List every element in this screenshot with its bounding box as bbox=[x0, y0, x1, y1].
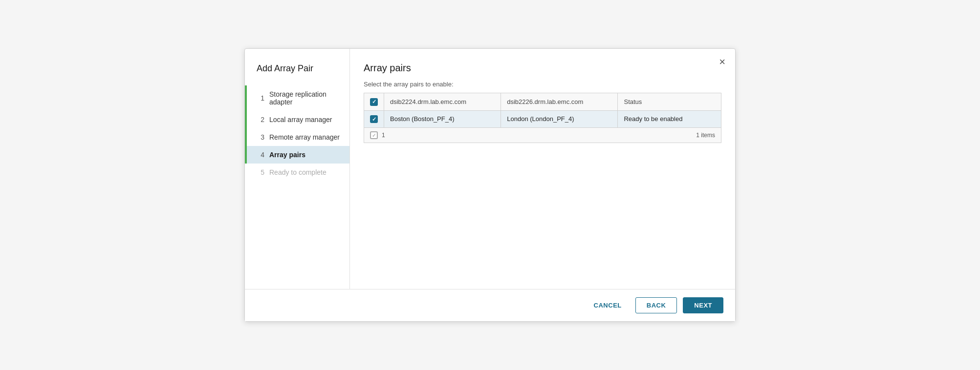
table-row: Boston (Boston_PF_4) London (London_PF_4… bbox=[364, 110, 721, 128]
step-label-3: Remote array manager bbox=[269, 133, 340, 141]
sidebar-item-local-array: 2 Local array manager bbox=[245, 111, 349, 128]
table-header-row: dsib2224.drm.lab.emc.com dsib2226.drm.la… bbox=[364, 93, 721, 111]
header-status: Status bbox=[618, 93, 721, 111]
step-number-3: 3 bbox=[245, 133, 264, 141]
step-label-4: Array pairs bbox=[269, 151, 305, 159]
sidebar-item-storage-replication: 1 Storage replication adapter bbox=[245, 85, 349, 111]
step-label-5: Ready to complete bbox=[269, 168, 327, 176]
sidebar-item-ready-to-complete: 5 Ready to complete bbox=[245, 164, 349, 181]
step-label-1: Storage replication adapter bbox=[269, 90, 342, 106]
sidebar-steps: 1 Storage replication adapter 2 Local ar… bbox=[245, 85, 349, 181]
step-number-4: 4 bbox=[245, 151, 264, 159]
dialog-footer: CANCEL BACK NEXT bbox=[245, 289, 735, 321]
sidebar-item-remote-array: 3 Remote array manager bbox=[245, 128, 349, 146]
header-checkbox[interactable] bbox=[370, 98, 378, 106]
header-host2: dsib2226.drm.lab.emc.com bbox=[501, 93, 618, 111]
row-checkbox-cell bbox=[364, 110, 384, 128]
add-array-pair-dialog: × Add Array Pair 1 Storage replication a… bbox=[244, 48, 736, 322]
header-host1: dsib2224.drm.lab.emc.com bbox=[384, 93, 501, 111]
row-status: Ready to be enabled bbox=[618, 110, 721, 128]
step-number-2: 2 bbox=[245, 116, 264, 123]
table-footer: 1 1 items bbox=[364, 128, 721, 143]
sidebar: Add Array Pair 1 Storage replication ada… bbox=[245, 49, 350, 289]
next-button[interactable]: NEXT bbox=[683, 297, 723, 313]
step-label-2: Local array manager bbox=[269, 116, 332, 123]
row-host2: London (London_PF_4) bbox=[501, 110, 618, 128]
step-number-1: 1 bbox=[245, 94, 264, 102]
footer-checkbox[interactable] bbox=[370, 131, 378, 139]
row-host1: Boston (Boston_PF_4) bbox=[384, 110, 501, 128]
content-subtitle: Select the array pairs to enable: bbox=[364, 81, 721, 88]
dialog-body: Add Array Pair 1 Storage replication ada… bbox=[245, 49, 735, 289]
footer-count: 1 bbox=[382, 132, 385, 139]
array-pairs-table: dsib2224.drm.lab.emc.com dsib2226.drm.la… bbox=[364, 93, 721, 128]
footer-items-label: 1 items bbox=[696, 132, 715, 139]
header-checkbox-cell bbox=[364, 93, 384, 111]
cancel-button[interactable]: CANCEL bbox=[586, 298, 630, 313]
sidebar-item-array-pairs: 4 Array pairs bbox=[245, 146, 349, 164]
close-button[interactable]: × bbox=[719, 57, 725, 67]
row-checkbox[interactable] bbox=[370, 115, 378, 123]
content-title: Array pairs bbox=[364, 62, 721, 74]
dialog-title: Add Array Pair bbox=[245, 63, 349, 85]
back-button[interactable]: BACK bbox=[635, 297, 677, 313]
footer-check-area: 1 bbox=[370, 131, 385, 139]
step-number-5: 5 bbox=[245, 168, 264, 176]
main-content: Array pairs Select the array pairs to en… bbox=[350, 49, 735, 289]
